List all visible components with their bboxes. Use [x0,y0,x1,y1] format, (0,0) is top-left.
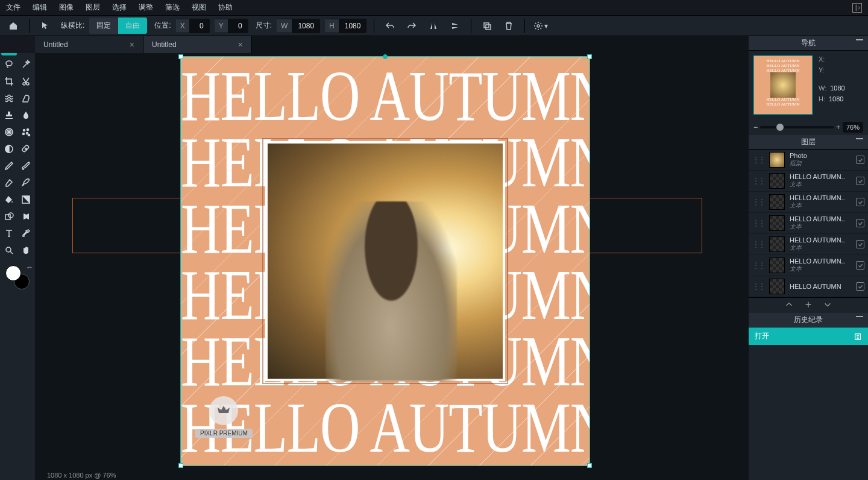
text-tool[interactable] [1,226,17,241]
drag-handle-icon[interactable]: ⋮⋮ [752,198,764,206]
menu-file[interactable]: 文件 [6,2,20,13]
fg-color[interactable] [5,265,21,281]
collapse-icon[interactable] [852,3,862,13]
sponge-tool[interactable] [1,124,17,140]
disperse-tool[interactable] [18,124,34,140]
zoom-in-button[interactable]: + [836,123,840,131]
navigator-thumb[interactable]: HELLO AUTUMNHELLO AUTUMNHELLO AUTUMNHELL… [753,55,813,115]
handle-ne[interactable] [587,54,592,59]
cutout-tool[interactable] [18,74,34,89]
layer-item[interactable]: ⋮⋮ HELLO AUTUMN [749,276,868,297]
menu-filter[interactable]: 筛选 [165,2,180,13]
drag-handle-icon[interactable]: ⋮⋮ [752,261,764,270]
menu-adjust[interactable]: 调整 [139,2,153,13]
ratio-fixed-button[interactable]: 固定 [89,17,118,34]
brush-tool[interactable] [18,158,34,174]
drag-handle-icon[interactable]: ⋮⋮ [752,282,764,291]
eraser-tool[interactable] [1,175,17,191]
blur-tool[interactable] [18,107,34,123]
visibility-toggle[interactable] [856,156,864,164]
wand-tool[interactable] [18,57,34,72]
menu-image[interactable]: 图像 [59,2,74,13]
handle-sw[interactable] [178,463,183,468]
layer-up-button[interactable] [785,300,793,311]
history-item-open[interactable]: 打开 [749,327,868,345]
frame-tool[interactable] [18,209,34,224]
visibility-toggle[interactable] [856,219,864,227]
shape-tool[interactable] [1,209,17,224]
minimize-icon[interactable] [856,316,863,317]
drag-handle-icon[interactable]: ⋮⋮ [752,240,764,248]
layer-type: 文本 [790,265,851,273]
visibility-toggle[interactable] [856,261,864,270]
handle-se[interactable] [587,463,592,468]
menu-select[interactable]: 选择 [112,2,127,13]
ratio-free-button[interactable]: 自由 [118,17,147,34]
layer-item[interactable]: ⋮⋮ HELLO AUTUMN..文本 [749,171,868,192]
aspect-ratio-label: 纵横比: [61,21,84,31]
visibility-toggle[interactable] [856,282,864,291]
tab-untitled-1[interactable]: Untitled× [35,36,143,53]
height-input[interactable]: H1080 [325,19,366,33]
minimize-icon[interactable] [856,138,863,139]
delete-button[interactable] [500,17,517,34]
drag-handle-icon[interactable]: ⋮⋮ [752,219,764,227]
drag-handle-icon[interactable]: ⋮⋮ [752,177,764,185]
dodge-tool[interactable] [1,141,17,157]
minimize-icon[interactable] [856,39,863,40]
layer-item[interactable]: ⋮⋮ Photo框架 [749,150,868,171]
workspace[interactable]: HELLO AUTUMN HELLO AUTUMN HELLO AUTUMN H… [35,53,749,480]
gradient-tool[interactable] [18,192,34,207]
close-icon[interactable]: × [130,40,134,49]
close-icon[interactable]: × [238,40,243,49]
visibility-toggle[interactable] [856,198,864,206]
pen-tool[interactable] [1,158,17,174]
layer-thumb [769,279,785,294]
redo-button[interactable] [403,17,420,34]
handle-rotate[interactable] [383,54,388,59]
smudge-tool[interactable] [18,175,34,191]
menu-layer[interactable]: 图层 [86,2,100,13]
visibility-toggle[interactable] [856,240,864,248]
home-button[interactable] [5,17,22,34]
crop-tool[interactable] [1,74,17,89]
eyedropper-tool[interactable] [18,226,34,241]
liquify-tool[interactable] [1,90,17,106]
flip-vertical-button[interactable] [447,17,464,34]
zoom-value[interactable]: 76% [843,122,863,133]
drag-handle-icon[interactable]: ⋮⋮ [752,156,764,164]
stamp-tool[interactable] [1,107,17,123]
zoom-slider[interactable] [760,126,834,128]
width-input[interactable]: W1080 [277,19,320,33]
y-input[interactable]: Y0 [215,19,248,33]
zoom-tool[interactable] [1,242,17,258]
color-swatch[interactable]: ⤺ [5,265,30,289]
heal-tool[interactable] [18,141,34,157]
layer-item[interactable]: ⋮⋮ HELLO AUTUMN..文本 [749,234,868,255]
duplicate-button[interactable] [479,17,495,34]
x-input[interactable]: X0 [176,19,210,33]
swap-colors-icon[interactable]: ⤺ [27,264,32,271]
fill-tool[interactable] [1,192,17,207]
menu-edit[interactable]: 编辑 [33,2,47,13]
layer-add-button[interactable] [804,300,813,311]
handle-nw[interactable] [178,54,183,59]
menu-help[interactable]: 协助 [218,2,233,13]
pointer-icon[interactable] [37,17,54,34]
zoom-out-button[interactable]: − [753,123,758,131]
menu-view[interactable]: 视图 [192,2,206,13]
layer-item[interactable]: ⋮⋮ HELLO AUTUMN..文本 [749,213,868,234]
clone-tool[interactable] [18,90,34,106]
tab-untitled-2[interactable]: Untitled× [143,36,252,53]
flip-horizontal-button[interactable] [425,17,442,34]
lasso-tool[interactable] [1,57,17,72]
document-tabs: Untitled× Untitled× [35,36,749,53]
layer-item[interactable]: ⋮⋮ HELLO AUTUMN..文本 [749,255,868,276]
canvas-selection[interactable]: HELLO AUTUMN HELLO AUTUMN HELLO AUTUMN H… [181,57,590,466]
settings-button[interactable]: ▾ [532,17,549,34]
undo-button[interactable] [382,17,398,34]
layer-down-button[interactable] [823,300,832,311]
layer-item[interactable]: ⋮⋮ HELLO AUTUMN..文本 [749,192,868,213]
hand-tool[interactable] [18,242,34,258]
visibility-toggle[interactable] [856,177,864,185]
